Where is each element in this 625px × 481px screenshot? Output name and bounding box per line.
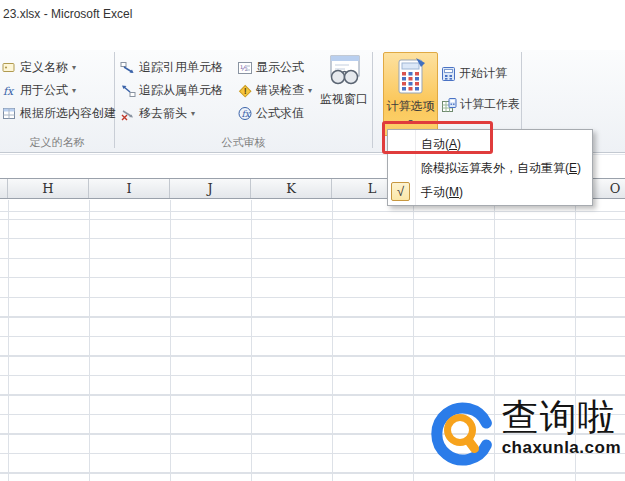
watch-window-button[interactable]: 监视窗口 <box>318 54 370 108</box>
trace-precedents-icon <box>120 61 136 75</box>
define-name-label: 定义名称 <box>20 59 68 76</box>
group-separator <box>114 52 115 148</box>
menu-item-manual[interactable]: √ 手动(M) <box>388 180 592 204</box>
column-header[interactable]: I <box>89 179 170 198</box>
group-separator <box>372 52 373 148</box>
excel-window: 23.xlsx - Microsoft Excel 定义名称 ▾ fx 用于公式… <box>0 0 625 481</box>
trace-dependents-icon <box>120 84 136 98</box>
svg-text:!: ! <box>244 86 247 96</box>
formula-auditing-group-label: 公式审核 <box>115 135 372 150</box>
window-title: 23.xlsx - Microsoft Excel <box>3 7 132 21</box>
error-checking-icon: ! <box>237 83 253 98</box>
calculate-sheet-button[interactable]: 计算工作表 <box>441 95 520 114</box>
calculate-now-icon <box>441 66 456 82</box>
remove-arrows-label: 移去箭头 <box>139 105 187 122</box>
menu-item-label: ) <box>459 185 463 199</box>
menu-item-label: 除模拟运算表外，自动重算( <box>421 160 569 177</box>
checkmark-icon: √ <box>391 182 410 201</box>
menu-item-label: 手动( <box>421 184 449 201</box>
error-checking-button[interactable]: ! 错误检查 ▾ <box>237 81 312 100</box>
chevron-down-icon: ▾ <box>72 86 76 95</box>
trace-precedents-label: 追踪引用单元格 <box>139 59 223 76</box>
menu-item-auto-except-tables[interactable]: 除模拟运算表外，自动重算(E) <box>388 156 592 180</box>
use-in-formula-button[interactable]: fx 用于公式 ▾ <box>2 81 76 100</box>
watch-window-label: 监视窗口 <box>320 91 368 108</box>
calculator-icon <box>395 57 427 95</box>
evaluate-formula-button[interactable]: fx 公式求值 <box>237 104 304 123</box>
remove-arrows-button[interactable]: 移去箭头 ▾ <box>120 104 195 123</box>
chevron-down-icon: ▾ <box>308 86 312 95</box>
defined-names-group-label: 定义的名称 <box>0 135 114 150</box>
chevron-down-icon: ▾ <box>72 63 76 72</box>
column-header[interactable]: H <box>8 179 89 198</box>
evaluate-formula-icon: fx <box>237 106 253 121</box>
highlight-box <box>382 121 493 154</box>
trace-dependents-label: 追踪从属单元格 <box>139 82 223 99</box>
svg-text:½: ½ <box>240 64 248 73</box>
name-tag-icon <box>2 60 17 75</box>
svg-text:fx: fx <box>3 85 15 98</box>
use-in-formula-label: 用于公式 <box>20 82 68 99</box>
define-name-button[interactable]: 定义名称 ▾ <box>2 58 76 77</box>
calculate-sheet-label: 计算工作表 <box>460 96 520 113</box>
watermark: 查询啦 chaxunla.com <box>426 397 621 471</box>
watch-window-icon <box>325 54 363 88</box>
fx-icon: fx <box>2 83 17 98</box>
column-header-stub[interactable] <box>0 179 8 198</box>
selection-grid-icon <box>2 106 17 121</box>
watermark-brand-text: 查询啦 <box>502 397 621 440</box>
watermark-domain-text: chaxunla.com <box>502 438 621 458</box>
calculate-now-label: 开始计算 <box>459 65 507 82</box>
create-from-selection-label: 根据所选内容创建 <box>20 105 116 122</box>
remove-arrows-icon <box>120 107 136 121</box>
show-formulas-label: 显示公式 <box>256 59 304 76</box>
svg-text:fx: fx <box>242 109 251 119</box>
trace-precedents-button[interactable]: 追踪引用单元格 <box>120 58 223 77</box>
menu-item-accelerator: M <box>449 185 459 199</box>
calculate-now-button[interactable]: 开始计算 <box>441 64 507 83</box>
calculation-options-label: 计算选项 <box>387 98 435 115</box>
column-header[interactable]: J <box>170 179 251 198</box>
calculate-sheet-icon <box>441 97 457 113</box>
chevron-down-icon: ▾ <box>191 109 195 118</box>
create-from-selection-button[interactable]: 根据所选内容创建 <box>2 104 116 123</box>
show-formulas-button[interactable]: ½ 显示公式 <box>237 58 304 77</box>
evaluate-formula-label: 公式求值 <box>256 105 304 122</box>
title-bar: 23.xlsx - Microsoft Excel <box>0 0 625 28</box>
column-header[interactable]: K <box>251 179 332 198</box>
menu-item-label: ) <box>577 161 581 175</box>
error-checking-label: 错误检查 <box>256 82 304 99</box>
chaxunla-logo-icon <box>426 397 500 471</box>
menu-item-accelerator: E <box>569 161 577 175</box>
trace-dependents-button[interactable]: 追踪从属单元格 <box>120 81 223 100</box>
show-formulas-icon: ½ <box>237 61 253 75</box>
